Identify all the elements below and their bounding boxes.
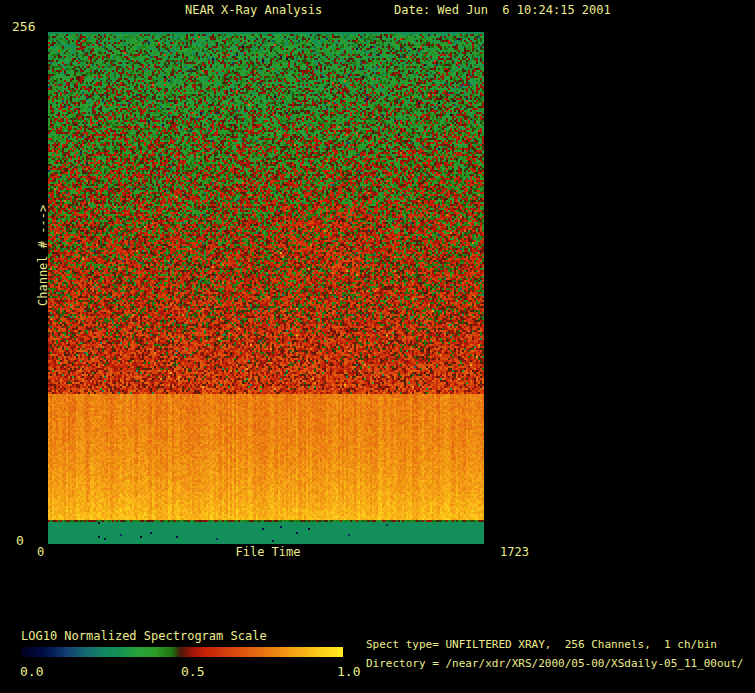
directory-line: Directory = /near/xdr/XRS/2000/05-00/XSd… bbox=[366, 657, 744, 670]
page-title: NEAR X-Ray Analysis bbox=[185, 4, 322, 17]
colorbar-tick-mid: 0.5 bbox=[181, 665, 204, 678]
colorbar-tick-min: 0.0 bbox=[20, 665, 43, 678]
near-xray-analysis-window: NEAR X-Ray Analysis Date: Wed Jun 6 10:2… bbox=[0, 0, 755, 693]
colorbar-label: LOG10 Normalized Spectrogram Scale bbox=[21, 630, 267, 643]
y-axis-max-tick: 256 bbox=[12, 20, 35, 33]
colorbar-tick-max: 1.0 bbox=[337, 665, 360, 678]
x-axis-max-tick: 1723 bbox=[500, 546, 529, 559]
x-axis-min-tick: 0 bbox=[37, 546, 44, 559]
x-axis-label: File Time bbox=[235, 546, 300, 559]
y-axis-min-tick: 0 bbox=[16, 534, 24, 547]
date-label: Date: Wed Jun 6 10:24:15 2001 bbox=[394, 4, 611, 17]
colorbar-gradient bbox=[21, 647, 343, 657]
spect-type-line: Spect type= UNFILTERED XRAY, 256 Channel… bbox=[366, 638, 717, 651]
spectrogram-heatmap bbox=[48, 32, 484, 544]
